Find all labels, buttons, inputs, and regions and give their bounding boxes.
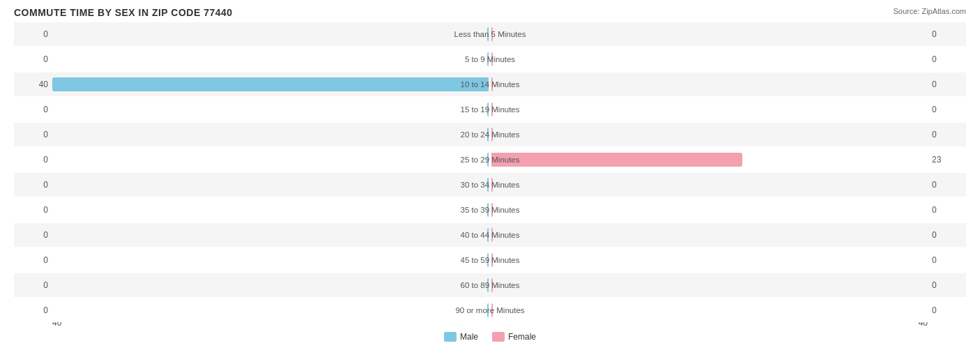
male-bar-wrapper	[52, 77, 490, 91]
bars-center: 60 to 89 Minutes	[52, 273, 928, 297]
female-bar-wrapper	[490, 153, 928, 167]
male-bar-wrapper	[52, 203, 490, 217]
male-bar	[487, 178, 489, 192]
male-bar	[487, 253, 489, 267]
left-value: 0	[14, 255, 52, 265]
left-value: 40	[14, 79, 52, 89]
male-bar-wrapper	[52, 153, 490, 167]
female-bar	[491, 128, 493, 142]
male-bar	[487, 52, 489, 66]
female-swatch	[492, 332, 505, 342]
male-bar	[52, 77, 489, 91]
female-bar	[491, 178, 493, 192]
bars-center: 10 to 14 Minutes	[52, 73, 928, 96]
female-bar-wrapper	[490, 77, 928, 91]
female-bar-wrapper	[490, 303, 928, 317]
bars-center: 15 to 19 Minutes	[52, 98, 928, 121]
bars-center: 35 to 39 Minutes	[52, 198, 928, 222]
female-bar-wrapper	[490, 52, 928, 66]
bars-center: 30 to 34 Minutes	[52, 173, 928, 197]
female-bar	[491, 228, 493, 242]
chart-title: COMMUTE TIME BY SEX IN ZIP CODE 77440	[14, 7, 966, 18]
left-value: 0	[14, 105, 52, 114]
chart-container: COMMUTE TIME BY SEX IN ZIP CODE 77440 So…	[0, 0, 980, 364]
bars-center: 40 to 44 Minutes	[52, 223, 928, 247]
right-value: 0	[928, 130, 966, 139]
source-label: Source: ZipAtlas.com	[893, 7, 966, 15]
female-bar	[491, 153, 742, 167]
left-value: 0	[14, 205, 52, 215]
bar-row: 05 to 9 Minutes0	[14, 47, 966, 71]
male-bar-wrapper	[52, 178, 490, 192]
female-bar-wrapper	[490, 27, 928, 41]
male-bar	[487, 278, 489, 292]
male-bar	[487, 27, 489, 41]
male-bar-wrapper	[52, 253, 490, 267]
bar-row: 040 to 44 Minutes0	[14, 223, 966, 247]
right-value: 0	[928, 79, 966, 89]
bars-center: 45 to 59 Minutes	[52, 248, 928, 272]
female-label: Female	[508, 332, 536, 342]
bar-row: 4010 to 14 Minutes0	[14, 73, 966, 96]
male-bar-wrapper	[52, 278, 490, 292]
bar-row: 0Less than 5 Minutes0	[14, 22, 966, 46]
legend: Male Female	[14, 332, 966, 342]
male-bar-wrapper	[52, 27, 490, 41]
female-bar	[491, 303, 493, 317]
left-value: 0	[14, 280, 52, 290]
male-bar	[487, 203, 489, 217]
male-bar-wrapper	[52, 52, 490, 66]
male-bar-wrapper	[52, 103, 490, 116]
female-bar	[491, 253, 493, 267]
left-value: 0	[14, 155, 52, 165]
female-bar-wrapper	[490, 203, 928, 217]
male-bar-wrapper	[52, 303, 490, 317]
male-bar	[487, 153, 489, 167]
bar-row: 020 to 24 Minutes0	[14, 123, 966, 146]
bars-center: 5 to 9 Minutes	[52, 47, 928, 71]
bar-row: 060 to 89 Minutes0	[14, 273, 966, 297]
bars-center: 20 to 24 Minutes	[52, 123, 928, 146]
male-bar	[487, 128, 489, 142]
male-bar	[487, 103, 489, 116]
female-bar	[491, 203, 493, 217]
bar-row: 035 to 39 Minutes0	[14, 198, 966, 222]
male-bar	[487, 303, 489, 317]
right-value: 0	[928, 29, 966, 39]
male-label: Male	[460, 332, 478, 342]
bar-row: 045 to 59 Minutes0	[14, 248, 966, 272]
female-bar	[491, 52, 493, 66]
right-value: 0	[928, 205, 966, 215]
left-value: 0	[14, 54, 52, 64]
right-value: 0	[928, 105, 966, 114]
bar-row: 015 to 19 Minutes0	[14, 98, 966, 121]
legend-female: Female	[492, 332, 536, 342]
bars-center: 25 to 29 Minutes	[52, 148, 928, 172]
bar-row: 025 to 29 Minutes23	[14, 148, 966, 172]
female-bar-wrapper	[490, 253, 928, 267]
female-bar-wrapper	[490, 128, 928, 142]
right-value: 0	[928, 54, 966, 64]
chart-area: 0Less than 5 Minutes005 to 9 Minutes0401…	[14, 22, 966, 315]
female-bar-wrapper	[490, 228, 928, 242]
right-value: 0	[928, 280, 966, 290]
bars-center: Less than 5 Minutes	[52, 22, 928, 46]
right-value: 23	[928, 155, 966, 165]
male-bar-wrapper	[52, 128, 490, 142]
right-value: 0	[928, 305, 966, 315]
left-value: 0	[14, 305, 52, 315]
bar-row: 030 to 34 Minutes0	[14, 173, 966, 197]
left-value: 0	[14, 230, 52, 240]
left-value: 0	[14, 29, 52, 39]
bars-center: 90 or more Minutes	[52, 298, 928, 322]
right-value: 0	[928, 180, 966, 190]
left-value: 0	[14, 130, 52, 139]
right-value: 0	[928, 230, 966, 240]
female-bar	[491, 278, 493, 292]
female-bar	[491, 77, 493, 91]
female-bar-wrapper	[490, 178, 928, 192]
female-bar-wrapper	[490, 103, 928, 116]
female-bar	[491, 103, 493, 116]
female-bar-wrapper	[490, 278, 928, 292]
legend-male: Male	[444, 332, 478, 342]
